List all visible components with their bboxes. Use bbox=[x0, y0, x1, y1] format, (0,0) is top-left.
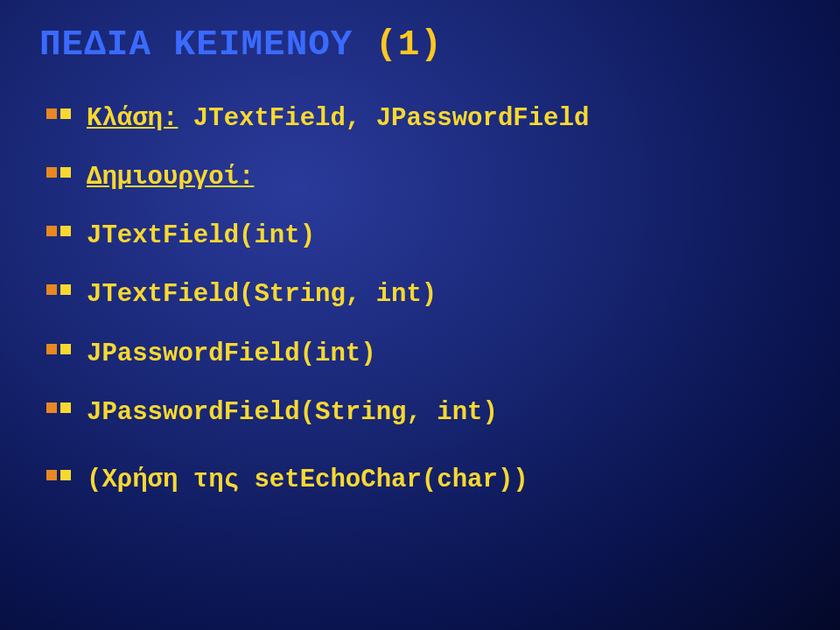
line-text: JPasswordField(String, int) bbox=[87, 396, 498, 430]
list-item: JTextField(int) bbox=[46, 219, 801, 253]
list-item: (Χρήση της setEchoChar(char)) bbox=[46, 463, 801, 497]
list-item: JPasswordField(int) bbox=[46, 337, 801, 371]
bullet-icon bbox=[46, 108, 74, 119]
line-text: JPasswordField(int) bbox=[87, 337, 376, 371]
line-label: Κλάση: bbox=[87, 104, 178, 133]
line-text: JTextField(String, int) bbox=[87, 277, 437, 312]
line-text: (Χρήση της setEchoChar(char)) bbox=[87, 463, 528, 497]
bullet-icon bbox=[46, 167, 74, 178]
slide-title: ΠΕΔΙΑ ΚΕΙΜΕΝΟΥ (1) bbox=[39, 24, 801, 65]
line-rest: JTextField, JPasswordField bbox=[178, 104, 589, 133]
bullet-icon bbox=[46, 344, 74, 354]
list-item: Κλάση: JTextField, JPasswordField bbox=[46, 102, 801, 136]
bullet-icon bbox=[46, 284, 74, 295]
list-item: JPasswordField(String, int) bbox=[46, 396, 801, 430]
title-main: ΠΕΔΙΑ ΚΕΙΜΕΝΟΥ bbox=[39, 24, 353, 65]
slide: ΠΕΔΙΑ ΚΕΙΜΕΝΟΥ (1) Κλάση: JTextField, JP… bbox=[0, 0, 840, 497]
list-item: Δημιουργοί: bbox=[46, 160, 801, 194]
bullet-icon bbox=[46, 402, 74, 413]
line-text: Δημιουργοί: bbox=[87, 160, 254, 194]
bullet-icon bbox=[46, 226, 74, 236]
content-area: Κλάση: JTextField, JPasswordField Δημιου… bbox=[39, 102, 801, 497]
bullet-icon bbox=[46, 470, 74, 480]
line-text: JTextField(int) bbox=[87, 219, 315, 253]
list-item: JTextField(String, int) bbox=[46, 277, 801, 312]
line-text: Κλάση: JTextField, JPasswordField bbox=[87, 102, 589, 136]
title-number: (1) bbox=[375, 24, 443, 65]
